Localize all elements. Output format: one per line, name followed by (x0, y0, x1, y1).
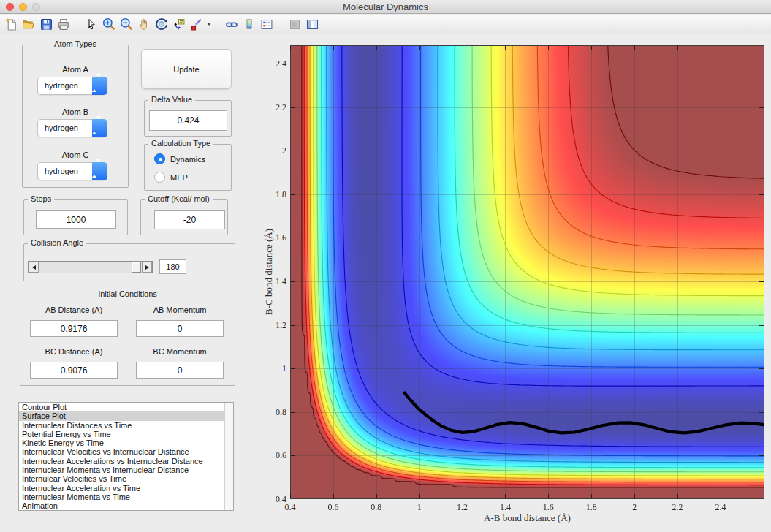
list-item[interactable]: Internuclear Acceleration vs Time (19, 484, 233, 493)
open-folder-button[interactable] (20, 15, 37, 33)
atom-c-dropdown[interactable]: hydrogen (37, 162, 107, 180)
slider-right-arrow[interactable] (142, 262, 152, 273)
pan-button[interactable] (135, 15, 153, 33)
colorbar-icon (244, 18, 254, 31)
hide-plot-tools-icon (289, 18, 301, 31)
atom-b-dropdown[interactable]: hydrogen (37, 119, 107, 137)
link-plots-icon (225, 18, 238, 31)
pointer-button[interactable] (83, 15, 100, 33)
zoom-in-icon (102, 18, 115, 31)
calculation-type-title: Calculation Type (148, 139, 213, 148)
collision-angle-slider[interactable] (28, 261, 153, 273)
list-item[interactable]: Internuclear Momenta vs Time (19, 493, 233, 501)
list-item[interactable]: Animation (19, 501, 233, 510)
print-icon (57, 18, 70, 31)
list-item[interactable]: Internuclear Velocities vs Internuclear … (19, 447, 233, 456)
y-tick-label: 2 (260, 145, 286, 156)
list-item[interactable]: Potential Energy vs Time (19, 430, 233, 438)
listbox-scrollbar[interactable] (224, 403, 233, 510)
radio-unselected-icon (154, 172, 165, 183)
steps-panel: Steps 1000 (23, 200, 128, 235)
save-button[interactable] (37, 15, 55, 33)
brush-dropdown-button[interactable] (205, 15, 213, 33)
list-item[interactable]: Internuclear Distances vs Time (19, 421, 233, 430)
slider-thumb[interactable] (132, 262, 141, 273)
app-window: Molecular Dynamics Atom Types Atom A hyd… (0, 0, 771, 532)
print-button[interactable] (55, 15, 72, 33)
minimize-button[interactable] (19, 3, 27, 11)
cutoff-title: Cutoff (Kcal/ mol) (145, 194, 213, 203)
radio-selected-icon (154, 153, 165, 164)
right-arrow-icon (145, 265, 149, 270)
initial-conditions-panel: Initial Conditions AB Distance (A) AB Mo… (20, 294, 235, 386)
list-item[interactable]: Internuclear Momenta vs Internuclear Dis… (19, 466, 233, 474)
link-plots-button[interactable] (223, 15, 240, 33)
slider-left-arrow[interactable] (29, 262, 39, 273)
show-plot-tools-button[interactable] (303, 15, 321, 33)
y-tick-label: 2.2 (260, 102, 286, 113)
radio-label: Dynamics (170, 155, 205, 164)
zoom-in-button[interactable] (100, 15, 118, 33)
ab-momentum-label: AB Momentum (136, 305, 224, 314)
legend-button[interactable] (258, 15, 276, 33)
rotate-3d-icon (155, 18, 168, 31)
plot-type-items: Contour PlotSurface PlotInternuclear Dis… (19, 403, 233, 511)
collision-angle-panel: Collision Angle 180 (23, 243, 235, 281)
left-arrow-icon (32, 265, 36, 270)
zoom-out-button[interactable] (118, 15, 135, 33)
legend-icon (260, 18, 273, 31)
atom-b-value: hydrogen (45, 120, 78, 137)
new-file-button[interactable] (2, 15, 20, 33)
steps-field[interactable]: 1000 (36, 210, 116, 229)
chevron-down-icon (207, 23, 211, 26)
steps-title: Steps (28, 194, 54, 203)
hide-plot-tools-button[interactable] (286, 15, 303, 33)
x-tick-label: 2.4 (706, 502, 735, 513)
atom-a-value: hydrogen (45, 77, 78, 94)
data-cursor-icon (172, 18, 186, 31)
dropdown-stepper-icon (92, 77, 107, 95)
list-item[interactable]: Kinetic Energy vs Time (19, 438, 233, 447)
y-tick-label: 1 (260, 363, 286, 374)
close-button[interactable] (6, 3, 14, 11)
colorbar-button[interactable] (240, 15, 258, 33)
x-tick-label: 2.2 (663, 502, 692, 513)
x-tick-label: 2 (620, 502, 649, 513)
delta-value-panel: Delta Value 0.424 (144, 100, 232, 137)
window-title: Molecular Dynamics (0, 0, 771, 14)
delta-value-title: Delta Value (148, 95, 195, 104)
plot-type-listbox[interactable]: Contour PlotSurface PlotInternuclear Dis… (18, 402, 234, 511)
x-tick-label: 1.8 (577, 502, 606, 513)
pes-contour-plot[interactable] (290, 45, 764, 499)
ab-momentum-field[interactable]: 0 (136, 320, 224, 337)
atom-a-dropdown[interactable]: hydrogen (37, 77, 107, 95)
bc-momentum-label: BC Momentum (136, 347, 224, 356)
bc-distance-field[interactable]: 0.9076 (30, 362, 118, 379)
bc-distance-label: BC Distance (A) (30, 347, 118, 356)
dropdown-stepper-icon (92, 119, 107, 137)
atom-c-value: hydrogen (45, 163, 78, 180)
bc-momentum-field[interactable]: 0 (136, 362, 224, 379)
calculation-type-panel: Calculation Type DynamicsMEP (144, 144, 232, 191)
list-item[interactable]: Surface Plot (19, 411, 233, 420)
list-item[interactable]: Internulear Velocities vs Time (19, 474, 233, 483)
radio-dynamics[interactable]: Dynamics (154, 153, 205, 164)
zoom-out-icon (120, 18, 133, 31)
update-button[interactable]: Update (141, 49, 232, 89)
new-file-icon (5, 18, 18, 31)
ab-distance-field[interactable]: 0.9176 (30, 320, 118, 337)
cutoff-field[interactable]: -20 (154, 210, 225, 229)
data-cursor-button[interactable] (170, 15, 188, 33)
collision-angle-title: Collision Angle (28, 238, 86, 247)
radio-label: MEP (170, 173, 188, 182)
y-tick-label: 1.6 (260, 232, 286, 243)
delta-value-field[interactable]: 0.424 (149, 110, 227, 131)
y-tick-label: 2.4 (260, 58, 286, 69)
collision-angle-field[interactable]: 180 (159, 259, 186, 274)
zoom-window-button[interactable] (32, 3, 40, 11)
brush-button[interactable] (188, 15, 205, 33)
list-item[interactable]: Internuclear Accelerations vs Internucle… (19, 457, 233, 466)
rotate-3d-button[interactable] (153, 15, 170, 33)
list-item[interactable]: Contour Plot (19, 403, 233, 411)
radio-mep[interactable]: MEP (154, 172, 188, 183)
